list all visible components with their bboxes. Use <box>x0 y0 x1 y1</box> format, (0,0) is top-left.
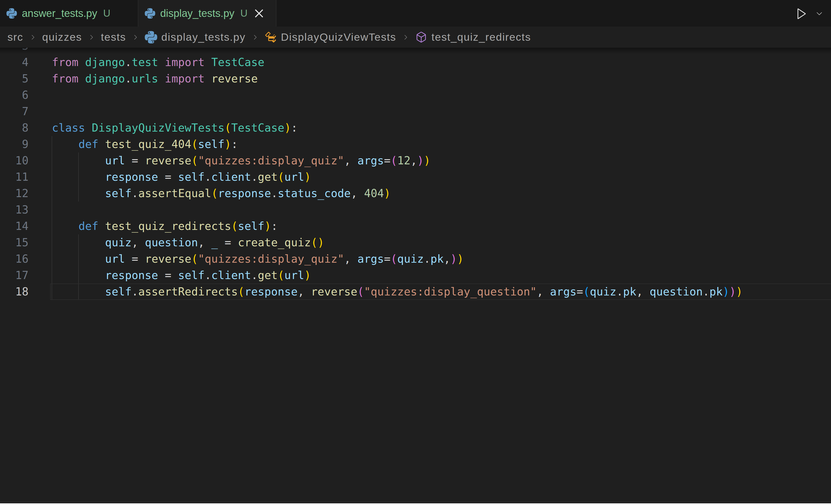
code-text: class DisplayQuizViewTests(TestCase): <box>52 120 297 136</box>
code-line-16[interactable]: 16 url = reverse("quizzes:display_quiz",… <box>0 251 831 267</box>
python-icon <box>145 8 155 19</box>
code-line-8[interactable]: 8class DisplayQuizViewTests(TestCase): <box>0 120 831 136</box>
tab-display_tests.py[interactable]: display_tests.pyU <box>138 0 277 27</box>
code-line-14[interactable]: 14 def test_quiz_redirects(self): <box>0 218 831 234</box>
code-text: from django.test import TestCase <box>52 54 264 70</box>
code-line-15[interactable]: 15 quiz, question, _ = create_quiz() <box>0 234 831 251</box>
code-text: def test_quiz_404(self): <box>52 136 238 152</box>
editor-content: 34from django.test import TestCase5from … <box>0 48 831 300</box>
breadcrumb-item-src[interactable]: src <box>7 31 23 43</box>
symbol-method-icon <box>415 31 427 43</box>
code-text: def test_quiz_redirects(self): <box>52 218 278 234</box>
line-number[interactable]: 5 <box>0 70 29 87</box>
code-line-17[interactable]: 17 response = self.client.get(url) <box>0 267 831 284</box>
breadcrumb-item-test_quiz_redirects[interactable]: test_quiz_redirects <box>415 31 531 43</box>
breadcrumb-label: src <box>7 31 23 43</box>
line-number[interactable]: 18 <box>0 284 29 300</box>
run-python-file-button[interactable] <box>795 6 809 20</box>
breadcrumb-item-display_tests.py[interactable]: display_tests.py <box>145 31 246 43</box>
code-text: from django.urls import reverse <box>52 70 258 87</box>
breadcrumb-label: test_quiz_redirects <box>431 31 531 43</box>
code-line-7[interactable]: 7 <box>0 103 831 120</box>
run-options-dropdown[interactable] <box>815 9 824 18</box>
line-number[interactable]: 17 <box>0 267 29 284</box>
breadcrumb-item-DisplayQuizViewTests[interactable]: DisplayQuizViewTests <box>264 31 396 43</box>
line-number[interactable]: 7 <box>0 103 29 120</box>
chevron-right-icon <box>87 33 96 41</box>
tab-filename: answer_tests.py <box>22 7 97 19</box>
breadcrumb: srcquizzestestsdisplay_tests.pyDisplayQu… <box>0 27 831 48</box>
breadcrumb-label: tests <box>101 31 126 43</box>
chevron-right-icon <box>131 33 140 41</box>
line-number[interactable]: 8 <box>0 120 29 136</box>
breadcrumb-item-quizzes[interactable]: quizzes <box>42 31 82 43</box>
chevron-right-icon <box>251 33 259 41</box>
line-number[interactable]: 10 <box>0 152 29 169</box>
symbol-class-icon <box>264 31 277 43</box>
close-icon[interactable] <box>253 7 265 20</box>
breadcrumb-item-tests[interactable]: tests <box>101 31 126 43</box>
line-number[interactable]: 11 <box>0 169 29 185</box>
code-text: self.assertEqual(response.status_code, 4… <box>52 185 391 202</box>
code-text: response = self.client.get(url) <box>52 267 311 284</box>
code-line-5[interactable]: 5from django.urls import reverse <box>0 70 831 87</box>
code-editor[interactable]: 34from django.test import TestCase5from … <box>0 48 831 501</box>
code-line-13[interactable]: 13 <box>0 202 831 218</box>
line-number[interactable]: 12 <box>0 185 29 202</box>
chevron-right-icon <box>401 33 410 41</box>
code-line-4[interactable]: 4from django.test import TestCase <box>0 54 831 70</box>
tab-bar: answer_tests.pyUdisplay_tests.pyU <box>0 0 831 27</box>
line-number[interactable]: 14 <box>0 218 29 234</box>
git-untracked-badge: U <box>240 8 248 19</box>
breadcrumb-label: quizzes <box>42 31 82 43</box>
breadcrumb-label: DisplayQuizViewTests <box>281 31 396 43</box>
code-line-3[interactable]: 3 <box>0 48 831 54</box>
python-icon <box>145 31 157 43</box>
tab-filename: display_tests.py <box>160 7 234 19</box>
line-number[interactable]: 6 <box>0 87 29 103</box>
code-text: url = reverse("quizzes:display_quiz", ar… <box>52 152 430 169</box>
editor-actions <box>795 0 831 27</box>
line-number[interactable]: 16 <box>0 251 29 267</box>
code-text: response = self.client.get(url) <box>52 169 311 185</box>
code-line-11[interactable]: 11 response = self.client.get(url) <box>0 169 831 185</box>
code-line-6[interactable]: 6 <box>0 87 831 103</box>
code-text: self.assertRedirects(response, reverse("… <box>52 284 743 300</box>
git-untracked-badge: U <box>103 8 110 19</box>
tabs: answer_tests.pyUdisplay_tests.pyU <box>0 0 277 27</box>
code-line-12[interactable]: 12 self.assertEqual(response.status_code… <box>0 185 831 202</box>
code-line-9[interactable]: 9 def test_quiz_404(self): <box>0 136 831 152</box>
line-number[interactable]: 15 <box>0 234 29 251</box>
line-number[interactable]: 9 <box>0 136 29 152</box>
code-text: url = reverse("quizzes:display_quiz", ar… <box>52 251 464 267</box>
code-line-18[interactable]: 18 self.assertRedirects(response, revers… <box>0 284 831 300</box>
line-number[interactable]: 3 <box>0 48 29 54</box>
line-number[interactable]: 4 <box>0 54 29 70</box>
code-text: quiz, question, _ = create_quiz() <box>52 234 324 251</box>
tab-answer_tests.py[interactable]: answer_tests.pyU <box>0 0 138 27</box>
code-line-10[interactable]: 10 url = reverse("quizzes:display_quiz",… <box>0 152 831 169</box>
python-icon <box>6 8 17 19</box>
line-number[interactable]: 13 <box>0 202 29 218</box>
chevron-right-icon <box>29 33 37 41</box>
breadcrumb-label: display_tests.py <box>161 31 246 43</box>
